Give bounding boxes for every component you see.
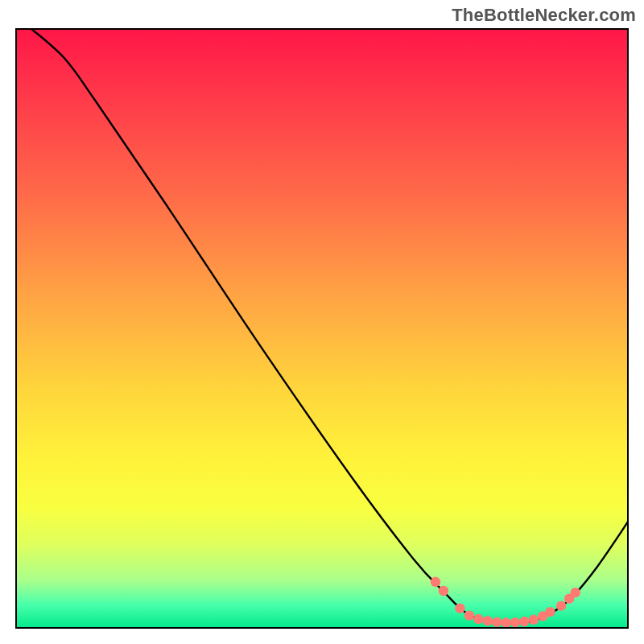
plot-gradient-background [15,28,629,629]
bottleneck-chart: TheBottleNecker.com [0,0,644,644]
watermark-text: TheBottleNecker.com [452,5,636,26]
